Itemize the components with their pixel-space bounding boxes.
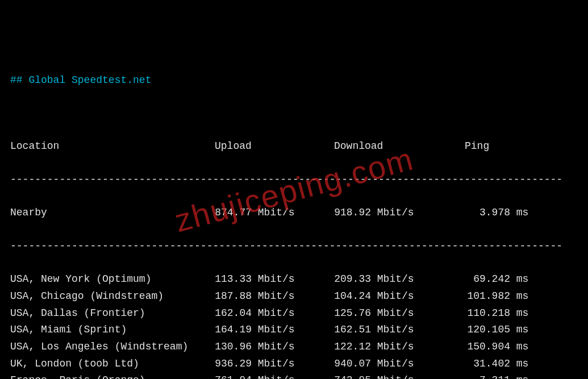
table-row: USA, New York (Optimum)113.33 Mbit/s209.…	[10, 271, 578, 288]
cell-download: 122.12 Mbit/s	[334, 339, 465, 356]
cell-upload: 164.19 Mbit/s	[215, 322, 334, 339]
col-header-ping: Ping	[465, 138, 489, 155]
table-row: USA, Chicago (Windstream)187.88 Mbit/s10…	[10, 288, 578, 305]
nearby-row: Nearby874.77 Mbit/s918.92 Mbit/s3.978 ms	[10, 205, 578, 222]
cell-location: USA, Los Angeles (Windstream)	[10, 339, 215, 356]
cell-ping: 3.978 ms	[465, 205, 528, 222]
cell-ping: 120.105 ms	[465, 322, 528, 339]
blank-line	[10, 105, 578, 122]
cell-location: France, Paris (Orange)	[10, 372, 215, 379]
cell-location: USA, Dallas (Frontier)	[10, 305, 215, 322]
cell-download: 162.51 Mbit/s	[334, 322, 465, 339]
section-title: ## Global Speedtest.net	[10, 72, 578, 89]
header-row: LocationUploadDownloadPing	[10, 138, 578, 155]
cell-upload: 936.29 Mbit/s	[215, 356, 334, 373]
cell-upload: 130.96 Mbit/s	[215, 339, 334, 356]
divider-line: ----------------------------------------…	[10, 238, 578, 255]
divider-line: ----------------------------------------…	[10, 172, 578, 189]
cell-location: UK, London (toob Ltd)	[10, 356, 215, 373]
cell-location: USA, Chicago (Windstream)	[10, 288, 215, 305]
cell-upload: 761.94 Mbit/s	[215, 372, 334, 379]
cell-upload: 187.88 Mbit/s	[215, 288, 334, 305]
cell-download: 125.76 Mbit/s	[334, 305, 465, 322]
cell-location: USA, Miami (Sprint)	[10, 322, 215, 339]
table-row: USA, Miami (Sprint)164.19 Mbit/s162.51 M…	[10, 322, 578, 339]
data-rows: USA, New York (Optimum)113.33 Mbit/s209.…	[10, 271, 578, 379]
table-row: USA, Dallas (Frontier)162.04 Mbit/s125.7…	[10, 305, 578, 322]
cell-download: 104.24 Mbit/s	[334, 288, 465, 305]
cell-ping: 101.982 ms	[465, 288, 528, 305]
table-row: France, Paris (Orange)761.94 Mbit/s742.9…	[10, 372, 578, 379]
cell-download: 209.33 Mbit/s	[334, 271, 465, 288]
cell-download: 940.07 Mbit/s	[334, 356, 465, 373]
cell-upload: 874.77 Mbit/s	[215, 205, 334, 222]
cell-download: 742.95 Mbit/s	[334, 372, 465, 379]
cell-ping: 31.402 ms	[465, 356, 528, 373]
cell-upload: 113.33 Mbit/s	[215, 271, 334, 288]
cell-location: USA, New York (Optimum)	[10, 271, 215, 288]
cell-upload: 162.04 Mbit/s	[215, 305, 334, 322]
cell-download: 918.92 Mbit/s	[334, 205, 465, 222]
table-row: UK, London (toob Ltd)936.29 Mbit/s940.07…	[10, 356, 578, 373]
cell-ping: 69.242 ms	[465, 271, 528, 288]
col-header-download: Download	[334, 138, 465, 155]
table-row: USA, Los Angeles (Windstream)130.96 Mbit…	[10, 339, 578, 356]
cell-location: Nearby	[10, 205, 215, 222]
cell-ping: 150.904 ms	[465, 339, 528, 356]
col-header-location: Location	[10, 138, 215, 155]
col-header-upload: Upload	[215, 138, 334, 155]
cell-ping: 7.311 ms	[465, 372, 528, 379]
cell-ping: 110.218 ms	[465, 305, 528, 322]
